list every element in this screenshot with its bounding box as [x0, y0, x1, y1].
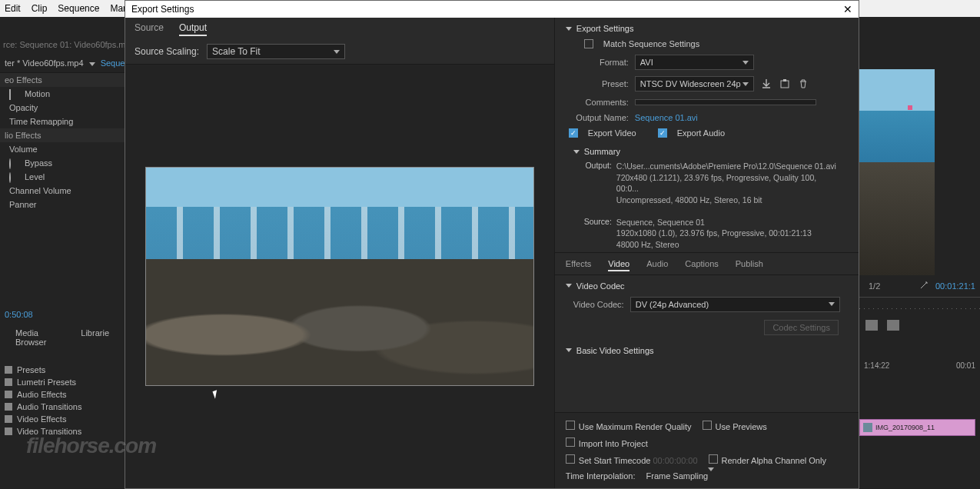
preset-select[interactable]: NTSC DV Widescreen 24p	[635, 76, 754, 91]
use-previews-label: Use Previews	[716, 422, 767, 431]
import-preset-icon[interactable]	[779, 78, 791, 90]
fx-volume[interactable]: Volume	[0, 142, 125, 156]
export-settings-header[interactable]: Export Settings	[555, 18, 859, 36]
folder-icon	[5, 415, 12, 423]
select-value: Frame Sampling	[646, 471, 709, 481]
match-sequence-checkbox[interactable]	[584, 39, 593, 48]
timecode-display: 0:50:08	[0, 304, 125, 325]
fx-label: Channel Volume	[9, 186, 71, 195]
fx-motion[interactable]: Motion	[0, 87, 125, 101]
dialog-right-panel: Export Settings Match Sequence Settings …	[555, 18, 859, 488]
source-scaling-row: Source Scaling: Scale To Fit	[125, 39, 554, 65]
summary-header[interactable]: Summary	[555, 141, 859, 159]
import-into-project-checkbox[interactable]	[566, 437, 575, 447]
codec-settings-button[interactable]: Codec Settings	[764, 320, 839, 335]
clip-thumbnail-icon	[863, 423, 872, 432]
caret-down-icon	[566, 284, 572, 288]
chevron-down-icon	[334, 50, 340, 54]
summary-source-key: Source:	[581, 217, 612, 251]
fx-panner[interactable]: Panner	[0, 198, 125, 211]
fx-bypass[interactable]: Bypass	[0, 156, 125, 170]
export-frame-icon[interactable]	[887, 320, 899, 331]
pager: 1/2	[869, 281, 880, 291]
set-start-timecode-checkbox[interactable]	[566, 454, 575, 464]
basic-video-settings-header[interactable]: Basic Video Settings	[555, 340, 859, 358]
folder-icon	[5, 366, 12, 374]
program-monitor	[859, 69, 935, 275]
export-settings-dialog: Export Settings ✕ Source Output Source S…	[125, 0, 859, 489]
menu-edit[interactable]: Edit	[5, 3, 21, 14]
summary-output-key: Output:	[581, 161, 612, 206]
tab-libraries[interactable]: Librarie	[81, 328, 109, 347]
save-preset-icon[interactable]	[760, 78, 772, 90]
menu-sequence[interactable]: Sequence	[58, 3, 99, 14]
settings-icon[interactable]	[919, 280, 929, 292]
select-value: AVI	[640, 58, 653, 67]
video-codec-select[interactable]: DV (24p Advanced)	[630, 297, 840, 312]
audio-effects-header: lio Effects	[0, 128, 125, 142]
effects-panel-list: Presets Lumetri Presets Audio Effects Au…	[0, 350, 125, 437]
tab-output[interactable]: Output	[179, 22, 207, 36]
export-video-label: Export Video	[588, 128, 636, 138]
fx-time-remapping[interactable]: Time Remapping	[0, 115, 125, 128]
export-video-checkbox[interactable]	[569, 128, 578, 138]
chevron-down-icon	[742, 82, 749, 86]
folder-icon	[5, 427, 12, 435]
preview-rocks	[146, 259, 533, 385]
tab-captions[interactable]: Captions	[685, 259, 718, 271]
app-right-panel: 1/2 00:01:21:1 1:14:22 00:01 IMG_2017090…	[859, 17, 980, 489]
monitor-ruler[interactable]	[859, 297, 980, 317]
tab-source[interactable]: Source	[135, 22, 164, 36]
format-label: Format:	[573, 58, 629, 67]
output-name-link[interactable]: Sequence 01.avi	[635, 113, 698, 122]
max-render-quality-label: Use Maximum Render Quality	[579, 422, 692, 431]
app-left-panel: rce: Sequence 01: Video60fps.mp4: 00:0 t…	[0, 17, 125, 489]
comments-input[interactable]	[635, 99, 816, 105]
menu-clip[interactable]: Clip	[32, 3, 48, 14]
list-item[interactable]: Audio Transitions	[0, 401, 125, 413]
section-title: Basic Video Settings	[576, 346, 654, 355]
tab-audio[interactable]: Audio	[646, 259, 668, 271]
tab-media-browser[interactable]: Media Browser	[15, 328, 67, 347]
camera-icon[interactable]	[865, 320, 878, 331]
delete-preset-icon[interactable]	[797, 78, 809, 90]
format-select[interactable]: AVI	[635, 55, 754, 70]
video-codec-header[interactable]: Video Codec	[555, 275, 859, 294]
set-start-timecode-label: Set Start Timecode	[579, 456, 651, 465]
list-item[interactable]: Audio Effects	[0, 388, 125, 401]
clock-icon	[9, 158, 11, 169]
list-item[interactable]: Video Effects	[0, 413, 125, 425]
close-button[interactable]: ✕	[843, 3, 852, 15]
tab-publish[interactable]: Publish	[736, 259, 763, 271]
program-timecode: 00:01:21:1	[935, 281, 975, 291]
summary-title: Summary	[584, 147, 620, 156]
watermark: filehorse.com	[26, 434, 156, 458]
sequence-link[interactable]: Sequence 0	[101, 58, 125, 68]
render-alpha-checkbox[interactable]	[709, 454, 718, 464]
clock-icon	[9, 172, 11, 183]
timeline-strip: 1:14:22 00:01 IMG_20170908_11	[859, 361, 980, 436]
tab-video[interactable]: Video	[608, 259, 630, 271]
fx-channel-volume[interactable]: Channel Volume	[0, 184, 125, 198]
export-audio-checkbox[interactable]	[658, 128, 667, 138]
list-item[interactable]: Lumetri Presets	[0, 376, 125, 388]
max-render-quality-checkbox[interactable]	[566, 421, 575, 430]
timeline-clip[interactable]: IMG_20170908_11	[859, 419, 975, 436]
fx-opacity[interactable]: Opacity	[0, 101, 125, 115]
tab-effects[interactable]: Effects	[566, 259, 591, 271]
dialog-title: Export Settings	[131, 4, 194, 15]
list-item-label: Presets	[17, 365, 45, 374]
summary-source-value: Sequence, Sequence 01 1920x1080 (1.0), 2…	[616, 217, 840, 251]
select-value: DV (24p Advanced)	[636, 300, 709, 309]
preview-image	[145, 167, 534, 386]
fx-level[interactable]: Level	[0, 170, 125, 184]
project-item[interactable]: ter * Video60fps.mp4 Sequence 0	[0, 54, 125, 73]
folder-icon	[5, 403, 12, 411]
list-item[interactable]: Presets	[0, 364, 125, 376]
summary-output-value: C:\User...cuments\Adobe\Premiere Pro\12.…	[616, 161, 840, 206]
time-interpolation-select[interactable]: Frame Sampling	[646, 471, 777, 481]
use-previews-checkbox[interactable]	[703, 421, 712, 430]
source-scaling-select[interactable]: Scale To Fit	[207, 44, 345, 59]
fx-label: Time Remapping	[9, 117, 73, 126]
folder-icon	[5, 391, 12, 398]
